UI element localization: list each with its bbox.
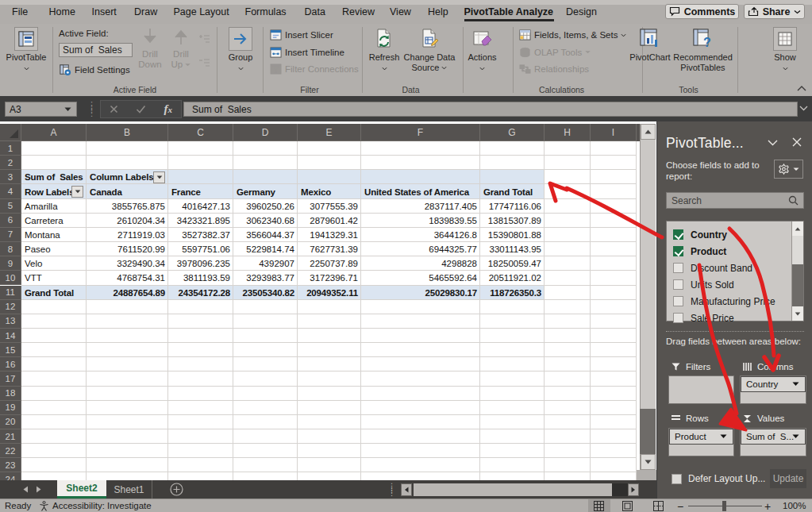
cell-r9c3[interactable]: 4392907 <box>233 256 298 271</box>
row-header-18[interactable]: 18 <box>0 387 21 401</box>
scroll-down-button[interactable] <box>641 454 656 470</box>
row-header-22[interactable]: 22 <box>0 444 21 458</box>
cell-r9c5[interactable]: 4298828 <box>361 256 480 271</box>
row-header-1[interactable]: 1 <box>0 141 21 156</box>
vertical-scrollbar-thumb[interactable] <box>640 409 656 454</box>
cell-r4c3[interactable]: Germany <box>233 184 298 198</box>
sheet-nav-right-icon[interactable] <box>36 486 42 493</box>
ribbon-tab-data[interactable]: Data <box>305 5 325 20</box>
cell-r9c6[interactable]: 18250059.47 <box>480 256 545 271</box>
column-header-G[interactable]: G <box>480 124 545 141</box>
cell-r3c0[interactable]: Sum of Sales <box>21 170 87 184</box>
collapse-ribbon-icon[interactable] <box>796 85 807 92</box>
pane-close-icon[interactable] <box>792 137 802 147</box>
drill-up-button[interactable]: DrillUp <box>168 26 194 70</box>
pane-chevron-icon[interactable] <box>768 140 778 146</box>
zoom-level[interactable]: 100% <box>783 501 806 510</box>
cell-r6c5[interactable]: 1839839.55 <box>361 214 480 228</box>
cell-r11c3[interactable]: 23505340.82 <box>233 286 298 300</box>
cell-r8c0[interactable]: Paseo <box>21 242 87 256</box>
row-header-12[interactable]: 12 <box>0 300 21 314</box>
row-header-10[interactable]: 10 <box>0 271 21 285</box>
column-header-H[interactable]: H <box>545 124 591 141</box>
view-normal-icon[interactable] <box>594 501 604 511</box>
formula-bar-expand-icon[interactable] <box>799 106 808 111</box>
zoom-out-button[interactable]: − <box>677 500 683 512</box>
zoom-in-button[interactable]: + <box>764 500 771 512</box>
cell-r11c5[interactable]: 25029830.17 <box>361 286 480 300</box>
cell-r7c2[interactable]: 3527382.37 <box>168 228 233 242</box>
row-header-5[interactable]: 5 <box>0 199 21 214</box>
cell-r5c3[interactable]: 3960250.26 <box>233 199 298 214</box>
formula-bar-grip[interactable]: ⋮⋮⋮ <box>87 103 96 115</box>
enter-icon[interactable] <box>136 105 146 114</box>
cell-r5c0[interactable]: Amarilla <box>21 199 87 214</box>
horizontal-scrollbar-thumb[interactable] <box>414 483 612 496</box>
cell-r11c2[interactable]: 24354172.28 <box>168 286 233 300</box>
cell-r5c4[interactable]: 3077555.39 <box>298 199 361 214</box>
cell-r7c5[interactable]: 3644126.8 <box>361 228 480 242</box>
view-page-break-icon[interactable] <box>653 501 664 511</box>
pivotchart-button[interactable]: PivotChart <box>626 26 674 94</box>
row-header-23[interactable]: 23 <box>0 458 21 472</box>
zoom-slider-thumb[interactable] <box>722 501 726 511</box>
column-header-B[interactable]: B <box>87 124 168 141</box>
cell-r7c0[interactable]: Montana <box>21 228 87 242</box>
ribbon-tab-home[interactable]: Home <box>49 5 75 20</box>
columns-chip-dropdown-icon[interactable] <box>792 382 799 387</box>
row-header-21[interactable]: 21 <box>0 429 21 444</box>
insert-timeline-button[interactable]: Insert Timeline <box>270 44 344 60</box>
refresh-button[interactable]: Refresh <box>364 26 405 94</box>
relationships-button[interactable]: Relationships <box>519 61 589 77</box>
update-button[interactable]: Update <box>770 469 806 488</box>
field-item-sale-price[interactable]: Sale Price <box>667 310 803 326</box>
field-item-discount-band[interactable]: Discount Band <box>667 260 803 276</box>
hscroll-right-button[interactable] <box>628 483 639 496</box>
show-button[interactable]: Show <box>764 26 806 94</box>
cell-r8c6[interactable]: 33011143.95 <box>480 242 545 256</box>
column-header-A[interactable]: A <box>21 124 87 141</box>
ribbon-tab-draw[interactable]: Draw <box>134 5 157 20</box>
cell-r4c5[interactable]: United States of America <box>361 184 480 198</box>
values-chip-sum-of-sales[interactable]: Sum of S... <box>741 429 806 445</box>
row-header-15[interactable]: 15 <box>0 343 21 357</box>
formula-input[interactable]: Sum of Sales <box>183 102 798 117</box>
cancel-icon[interactable] <box>110 105 118 114</box>
pivot-filter-dropdown[interactable] <box>71 186 83 198</box>
cell-r5c6[interactable]: 17747116.06 <box>480 199 545 214</box>
cell-r4c6[interactable]: Grand Total <box>480 184 545 198</box>
field-item-units-sold[interactable]: Units Sold <box>667 276 803 293</box>
row-header-3[interactable]: 3 <box>0 170 21 184</box>
ribbon-tab-design[interactable]: Design <box>566 5 597 20</box>
checkbox-unchecked[interactable] <box>673 313 683 323</box>
fields-items-sets-button[interactable]: Fields, Items, & Sets <box>519 27 626 43</box>
ribbon-tab-help[interactable]: Help <box>428 5 448 20</box>
insert-function-icon[interactable]: fx <box>164 102 172 116</box>
cell-r7c6[interactable]: 15390801.88 <box>480 228 545 242</box>
name-box-dropdown-icon[interactable] <box>64 107 71 112</box>
active-field-input[interactable]: Sum of Sales <box>59 43 133 57</box>
cell-r6c2[interactable]: 3423321.895 <box>168 214 233 228</box>
pane-tools-button[interactable] <box>774 160 803 179</box>
cell-r10c3[interactable]: 3293983.77 <box>233 271 298 285</box>
cell-r10c4[interactable]: 3172396.71 <box>298 271 361 285</box>
cell-r7c1[interactable]: 2711919.03 <box>87 228 168 242</box>
cell-r6c0[interactable]: Carretera <box>21 214 87 228</box>
ribbon-tab-insert[interactable]: Insert <box>92 5 117 20</box>
cell-r10c1[interactable]: 4768754.31 <box>87 271 168 285</box>
column-header-E[interactable]: E <box>298 124 361 141</box>
cell-r10c2[interactable]: 3811193.59 <box>168 271 233 285</box>
ribbon-tab-pivottable-analyze[interactable]: PivotTable Analyze <box>464 5 554 20</box>
cell-r8c4[interactable]: 7627731.39 <box>298 242 361 256</box>
rows-chip-dropdown-icon[interactable] <box>720 434 727 439</box>
recommended-pivottables-button[interactable]: ? RecommendedPivotTables <box>672 26 733 94</box>
cell-r6c3[interactable]: 3062340.68 <box>233 214 298 228</box>
cell-r8c5[interactable]: 6944325.77 <box>361 242 480 256</box>
cell-r10c0[interactable]: VTT <box>21 271 87 285</box>
row-header-16[interactable]: 16 <box>0 357 21 371</box>
actions-button[interactable]: Actions <box>460 26 504 94</box>
pivottable-button[interactable]: PivotTable <box>4 26 48 94</box>
expand-field-button[interactable] <box>198 35 210 47</box>
row-header-11[interactable]: 11 <box>0 286 21 300</box>
field-settings-button[interactable]: Field Settings <box>60 62 130 78</box>
